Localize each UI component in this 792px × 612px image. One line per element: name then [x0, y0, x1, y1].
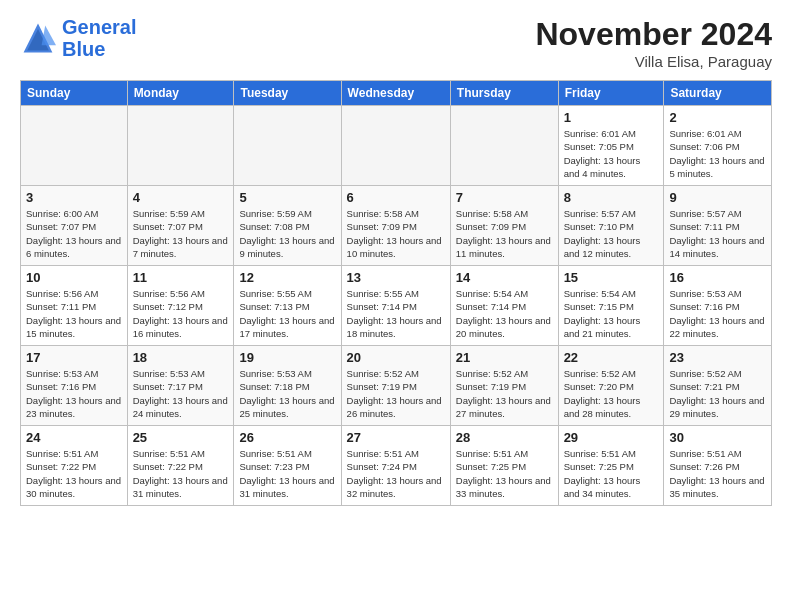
calendar-day: [450, 106, 558, 186]
calendar-day: 19Sunrise: 5:53 AM Sunset: 7:18 PM Dayli…: [234, 346, 341, 426]
day-number: 27: [347, 430, 445, 445]
calendar-day: 14Sunrise: 5:54 AM Sunset: 7:14 PM Dayli…: [450, 266, 558, 346]
day-number: 9: [669, 190, 766, 205]
calendar-day: 22Sunrise: 5:52 AM Sunset: 7:20 PM Dayli…: [558, 346, 664, 426]
day-info: Sunrise: 6:00 AM Sunset: 7:07 PM Dayligh…: [26, 207, 122, 260]
calendar-day: 9Sunrise: 5:57 AM Sunset: 7:11 PM Daylig…: [664, 186, 772, 266]
calendar-day: 1Sunrise: 6:01 AM Sunset: 7:05 PM Daylig…: [558, 106, 664, 186]
day-info: Sunrise: 5:51 AM Sunset: 7:26 PM Dayligh…: [669, 447, 766, 500]
day-info: Sunrise: 5:52 AM Sunset: 7:19 PM Dayligh…: [347, 367, 445, 420]
weekday-header: Wednesday: [341, 81, 450, 106]
calendar-day: 4Sunrise: 5:59 AM Sunset: 7:07 PM Daylig…: [127, 186, 234, 266]
day-number: 28: [456, 430, 553, 445]
day-info: Sunrise: 5:53 AM Sunset: 7:18 PM Dayligh…: [239, 367, 335, 420]
page: General Blue November 2024 Villa Elisa, …: [0, 0, 792, 612]
calendar-day: 18Sunrise: 5:53 AM Sunset: 7:17 PM Dayli…: [127, 346, 234, 426]
calendar-day: 8Sunrise: 5:57 AM Sunset: 7:10 PM Daylig…: [558, 186, 664, 266]
day-number: 26: [239, 430, 335, 445]
calendar-day: 23Sunrise: 5:52 AM Sunset: 7:21 PM Dayli…: [664, 346, 772, 426]
day-number: 21: [456, 350, 553, 365]
day-number: 12: [239, 270, 335, 285]
day-info: Sunrise: 5:57 AM Sunset: 7:10 PM Dayligh…: [564, 207, 659, 260]
day-info: Sunrise: 5:53 AM Sunset: 7:16 PM Dayligh…: [669, 287, 766, 340]
calendar-week-row: 24Sunrise: 5:51 AM Sunset: 7:22 PM Dayli…: [21, 426, 772, 506]
calendar-day: 13Sunrise: 5:55 AM Sunset: 7:14 PM Dayli…: [341, 266, 450, 346]
logo-line2: Blue: [62, 38, 105, 60]
calendar-day: 27Sunrise: 5:51 AM Sunset: 7:24 PM Dayli…: [341, 426, 450, 506]
calendar-day: 28Sunrise: 5:51 AM Sunset: 7:25 PM Dayli…: [450, 426, 558, 506]
calendar-day: 30Sunrise: 5:51 AM Sunset: 7:26 PM Dayli…: [664, 426, 772, 506]
day-number: 30: [669, 430, 766, 445]
day-info: Sunrise: 5:55 AM Sunset: 7:13 PM Dayligh…: [239, 287, 335, 340]
day-number: 16: [669, 270, 766, 285]
calendar-week-row: 10Sunrise: 5:56 AM Sunset: 7:11 PM Dayli…: [21, 266, 772, 346]
calendar-day: 15Sunrise: 5:54 AM Sunset: 7:15 PM Dayli…: [558, 266, 664, 346]
day-info: Sunrise: 5:57 AM Sunset: 7:11 PM Dayligh…: [669, 207, 766, 260]
weekday-header: Thursday: [450, 81, 558, 106]
logo-text: General Blue: [62, 16, 136, 60]
header: General Blue November 2024 Villa Elisa, …: [20, 16, 772, 70]
day-number: 13: [347, 270, 445, 285]
day-info: Sunrise: 5:51 AM Sunset: 7:22 PM Dayligh…: [26, 447, 122, 500]
day-info: Sunrise: 5:53 AM Sunset: 7:16 PM Dayligh…: [26, 367, 122, 420]
day-number: 24: [26, 430, 122, 445]
calendar-day: 3Sunrise: 6:00 AM Sunset: 7:07 PM Daylig…: [21, 186, 128, 266]
day-number: 17: [26, 350, 122, 365]
title-block: November 2024 Villa Elisa, Paraguay: [535, 16, 772, 70]
day-info: Sunrise: 5:54 AM Sunset: 7:14 PM Dayligh…: [456, 287, 553, 340]
day-number: 15: [564, 270, 659, 285]
day-number: 5: [239, 190, 335, 205]
day-info: Sunrise: 6:01 AM Sunset: 7:05 PM Dayligh…: [564, 127, 659, 180]
calendar-week-row: 17Sunrise: 5:53 AM Sunset: 7:16 PM Dayli…: [21, 346, 772, 426]
day-number: 19: [239, 350, 335, 365]
day-number: 18: [133, 350, 229, 365]
day-info: Sunrise: 5:56 AM Sunset: 7:11 PM Dayligh…: [26, 287, 122, 340]
weekday-header: Tuesday: [234, 81, 341, 106]
day-number: 6: [347, 190, 445, 205]
day-number: 7: [456, 190, 553, 205]
day-info: Sunrise: 5:53 AM Sunset: 7:17 PM Dayligh…: [133, 367, 229, 420]
calendar-day: 6Sunrise: 5:58 AM Sunset: 7:09 PM Daylig…: [341, 186, 450, 266]
month-title: November 2024: [535, 16, 772, 53]
day-number: 11: [133, 270, 229, 285]
calendar-day: 10Sunrise: 5:56 AM Sunset: 7:11 PM Dayli…: [21, 266, 128, 346]
calendar-week-row: 1Sunrise: 6:01 AM Sunset: 7:05 PM Daylig…: [21, 106, 772, 186]
day-info: Sunrise: 6:01 AM Sunset: 7:06 PM Dayligh…: [669, 127, 766, 180]
day-info: Sunrise: 5:55 AM Sunset: 7:14 PM Dayligh…: [347, 287, 445, 340]
calendar-day: 11Sunrise: 5:56 AM Sunset: 7:12 PM Dayli…: [127, 266, 234, 346]
logo-line1: General: [62, 16, 136, 38]
calendar-day: [127, 106, 234, 186]
weekday-header: Sunday: [21, 81, 128, 106]
day-number: 20: [347, 350, 445, 365]
day-number: 10: [26, 270, 122, 285]
day-number: 4: [133, 190, 229, 205]
calendar-day: 5Sunrise: 5:59 AM Sunset: 7:08 PM Daylig…: [234, 186, 341, 266]
day-info: Sunrise: 5:58 AM Sunset: 7:09 PM Dayligh…: [456, 207, 553, 260]
calendar-day: 16Sunrise: 5:53 AM Sunset: 7:16 PM Dayli…: [664, 266, 772, 346]
calendar-day: 29Sunrise: 5:51 AM Sunset: 7:25 PM Dayli…: [558, 426, 664, 506]
calendar-day: [341, 106, 450, 186]
calendar-week-row: 3Sunrise: 6:00 AM Sunset: 7:07 PM Daylig…: [21, 186, 772, 266]
day-number: 22: [564, 350, 659, 365]
logo-icon: [20, 20, 56, 56]
day-info: Sunrise: 5:51 AM Sunset: 7:25 PM Dayligh…: [456, 447, 553, 500]
calendar-day: 7Sunrise: 5:58 AM Sunset: 7:09 PM Daylig…: [450, 186, 558, 266]
day-info: Sunrise: 5:51 AM Sunset: 7:23 PM Dayligh…: [239, 447, 335, 500]
day-info: Sunrise: 5:51 AM Sunset: 7:24 PM Dayligh…: [347, 447, 445, 500]
day-info: Sunrise: 5:52 AM Sunset: 7:19 PM Dayligh…: [456, 367, 553, 420]
calendar-header-row: SundayMondayTuesdayWednesdayThursdayFrid…: [21, 81, 772, 106]
calendar-day: 21Sunrise: 5:52 AM Sunset: 7:19 PM Dayli…: [450, 346, 558, 426]
day-number: 23: [669, 350, 766, 365]
day-number: 1: [564, 110, 659, 125]
calendar-day: 25Sunrise: 5:51 AM Sunset: 7:22 PM Dayli…: [127, 426, 234, 506]
calendar-day: 17Sunrise: 5:53 AM Sunset: 7:16 PM Dayli…: [21, 346, 128, 426]
day-number: 3: [26, 190, 122, 205]
day-info: Sunrise: 5:52 AM Sunset: 7:21 PM Dayligh…: [669, 367, 766, 420]
day-number: 8: [564, 190, 659, 205]
day-number: 25: [133, 430, 229, 445]
calendar-day: 20Sunrise: 5:52 AM Sunset: 7:19 PM Dayli…: [341, 346, 450, 426]
day-number: 14: [456, 270, 553, 285]
calendar-day: 24Sunrise: 5:51 AM Sunset: 7:22 PM Dayli…: [21, 426, 128, 506]
day-info: Sunrise: 5:56 AM Sunset: 7:12 PM Dayligh…: [133, 287, 229, 340]
weekday-header: Friday: [558, 81, 664, 106]
